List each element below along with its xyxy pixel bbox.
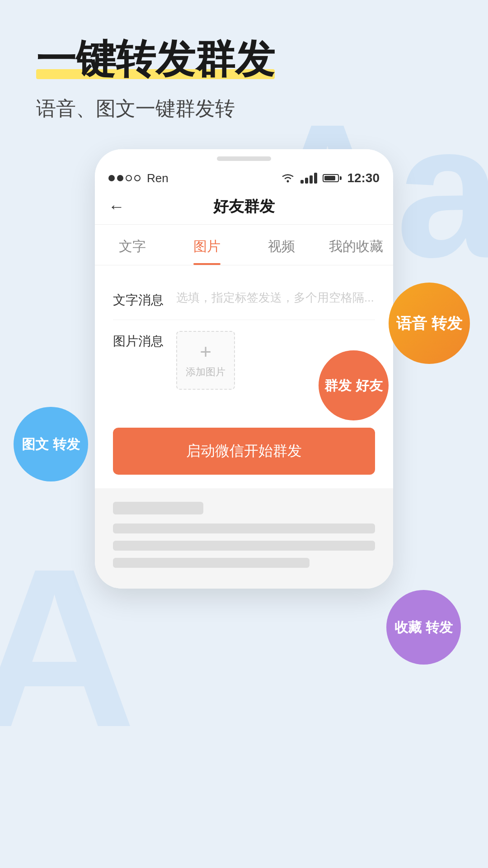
bar-4	[314, 173, 317, 184]
dot-1	[108, 175, 115, 181]
tab-bar: 文字 图片 视频 我的收藏	[95, 225, 393, 265]
dot-4	[134, 175, 141, 181]
text-message-row: 文字消息 选填，指定标签发送，多个用空格隔...	[113, 279, 375, 320]
bar-3	[310, 175, 313, 184]
wifi-icon	[281, 173, 295, 184]
battery-body	[323, 174, 339, 182]
battery-tip	[340, 176, 342, 180]
image-message-label: 图片消息	[113, 331, 167, 350]
tab-favorites[interactable]: 我的收藏	[319, 225, 393, 265]
upload-label: 添加图片	[186, 365, 225, 379]
tab-image[interactable]: 图片	[169, 225, 244, 265]
main-title: 一键转发群发	[36, 36, 275, 82]
signal-bars-icon	[300, 173, 317, 184]
carrier-name: Ren	[147, 171, 169, 185]
submit-button[interactable]: 启动微信开始群发	[113, 428, 375, 475]
graphic-forward-bubble[interactable]: 图文 转发	[14, 407, 88, 481]
battery-icon	[323, 174, 342, 182]
nav-bar: ← 好友群发	[95, 189, 393, 225]
bar-2	[305, 178, 308, 184]
time-display: 12:30	[347, 171, 380, 185]
plus-icon: +	[200, 342, 211, 362]
content-skeleton-section	[95, 488, 393, 589]
image-upload-box[interactable]: + 添加图片	[176, 331, 235, 390]
status-bar-left: Ren	[108, 171, 169, 185]
subtitle: 语音、图文一键群发转	[36, 95, 452, 122]
battery-fill	[324, 176, 335, 180]
text-placeholder: 选填，指定标签发送，多个用空格隔...	[176, 291, 374, 304]
phone-mockup-wrapper: Ren	[0, 149, 488, 692]
status-bar: Ren	[95, 164, 393, 189]
dot-3	[126, 175, 132, 181]
voice-forward-bubble[interactable]: 语音 转发	[389, 283, 470, 364]
signal-dots	[108, 175, 141, 181]
skeleton-short-1	[113, 502, 203, 514]
group-send-bubble[interactable]: 群发 好友	[319, 350, 389, 420]
bar-1	[300, 180, 304, 184]
nav-title: 好友群发	[125, 196, 363, 217]
skeleton-line-1	[113, 524, 375, 533]
dot-2	[117, 175, 123, 181]
status-bar-right: 12:30	[281, 171, 380, 185]
tab-video[interactable]: 视频	[244, 225, 319, 265]
skeleton-line-2	[113, 541, 375, 551]
tab-text[interactable]: 文字	[95, 225, 169, 265]
text-message-label: 文字消息	[113, 290, 167, 309]
skeleton-line-3	[113, 558, 310, 568]
back-button[interactable]: ←	[108, 197, 125, 216]
header-section: 一键转发群发 语音、图文一键群发转	[0, 0, 488, 140]
svg-point-0	[287, 180, 289, 183]
collect-forward-bubble[interactable]: 收藏 转发	[386, 590, 461, 665]
text-input-area[interactable]: 选填，指定标签发送，多个用空格隔...	[176, 290, 375, 306]
phone-speaker	[217, 156, 271, 161]
